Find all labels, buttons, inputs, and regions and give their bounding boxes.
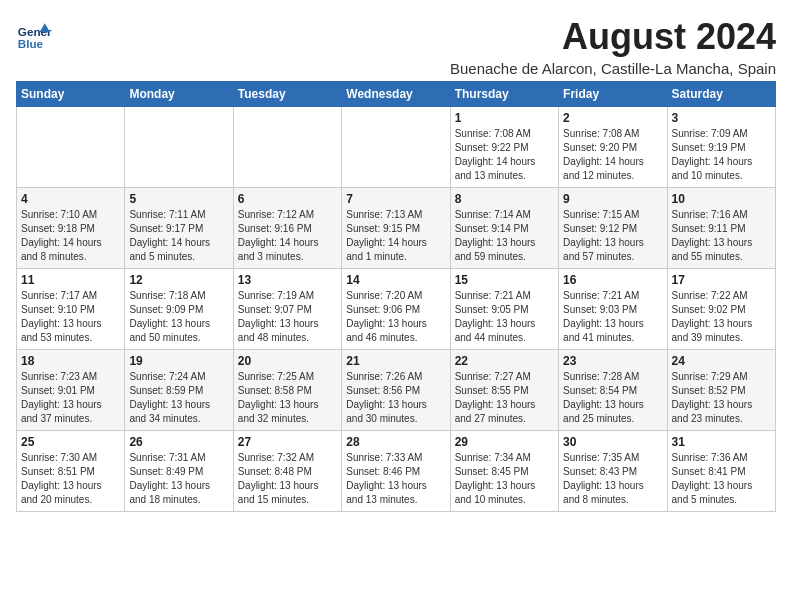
day-info: Sunrise: 7:18 AMSunset: 9:09 PMDaylight:… [129, 289, 228, 345]
calendar-day-8: 8Sunrise: 7:14 AMSunset: 9:14 PMDaylight… [450, 188, 558, 269]
day-number: 28 [346, 435, 445, 449]
calendar-day-12: 12Sunrise: 7:18 AMSunset: 9:09 PMDayligh… [125, 269, 233, 350]
calendar-day-2: 2Sunrise: 7:08 AMSunset: 9:20 PMDaylight… [559, 107, 667, 188]
day-info: Sunrise: 7:13 AMSunset: 9:15 PMDaylight:… [346, 208, 445, 264]
calendar-day-28: 28Sunrise: 7:33 AMSunset: 8:46 PMDayligh… [342, 431, 450, 512]
day-info: Sunrise: 7:31 AMSunset: 8:49 PMDaylight:… [129, 451, 228, 507]
weekday-header-friday: Friday [559, 82, 667, 107]
calendar-day-3: 3Sunrise: 7:09 AMSunset: 9:19 PMDaylight… [667, 107, 775, 188]
calendar-day-5: 5Sunrise: 7:11 AMSunset: 9:17 PMDaylight… [125, 188, 233, 269]
calendar-day-15: 15Sunrise: 7:21 AMSunset: 9:05 PMDayligh… [450, 269, 558, 350]
day-info: Sunrise: 7:35 AMSunset: 8:43 PMDaylight:… [563, 451, 662, 507]
day-info: Sunrise: 7:08 AMSunset: 9:20 PMDaylight:… [563, 127, 662, 183]
day-number: 6 [238, 192, 337, 206]
weekday-header-wednesday: Wednesday [342, 82, 450, 107]
weekday-header-monday: Monday [125, 82, 233, 107]
day-info: Sunrise: 7:34 AMSunset: 8:45 PMDaylight:… [455, 451, 554, 507]
day-number: 31 [672, 435, 771, 449]
day-info: Sunrise: 7:24 AMSunset: 8:59 PMDaylight:… [129, 370, 228, 426]
day-number: 27 [238, 435, 337, 449]
day-number: 22 [455, 354, 554, 368]
day-number: 12 [129, 273, 228, 287]
calendar-empty-cell [342, 107, 450, 188]
calendar-week-row: 4Sunrise: 7:10 AMSunset: 9:18 PMDaylight… [17, 188, 776, 269]
day-info: Sunrise: 7:14 AMSunset: 9:14 PMDaylight:… [455, 208, 554, 264]
day-info: Sunrise: 7:21 AMSunset: 9:05 PMDaylight:… [455, 289, 554, 345]
day-number: 4 [21, 192, 120, 206]
day-info: Sunrise: 7:20 AMSunset: 9:06 PMDaylight:… [346, 289, 445, 345]
day-number: 5 [129, 192, 228, 206]
calendar-day-30: 30Sunrise: 7:35 AMSunset: 8:43 PMDayligh… [559, 431, 667, 512]
day-number: 18 [21, 354, 120, 368]
calendar-empty-cell [233, 107, 341, 188]
calendar-week-row: 1Sunrise: 7:08 AMSunset: 9:22 PMDaylight… [17, 107, 776, 188]
day-number: 2 [563, 111, 662, 125]
calendar-week-row: 11Sunrise: 7:17 AMSunset: 9:10 PMDayligh… [17, 269, 776, 350]
logo: General Blue [16, 16, 52, 52]
page-header: General Blue August 2024 Buenache de Ala… [16, 16, 776, 77]
calendar-week-row: 25Sunrise: 7:30 AMSunset: 8:51 PMDayligh… [17, 431, 776, 512]
calendar-day-16: 16Sunrise: 7:21 AMSunset: 9:03 PMDayligh… [559, 269, 667, 350]
calendar-day-29: 29Sunrise: 7:34 AMSunset: 8:45 PMDayligh… [450, 431, 558, 512]
weekday-header-sunday: Sunday [17, 82, 125, 107]
calendar-day-20: 20Sunrise: 7:25 AMSunset: 8:58 PMDayligh… [233, 350, 341, 431]
day-info: Sunrise: 7:08 AMSunset: 9:22 PMDaylight:… [455, 127, 554, 183]
day-info: Sunrise: 7:15 AMSunset: 9:12 PMDaylight:… [563, 208, 662, 264]
day-info: Sunrise: 7:10 AMSunset: 9:18 PMDaylight:… [21, 208, 120, 264]
day-number: 1 [455, 111, 554, 125]
day-info: Sunrise: 7:25 AMSunset: 8:58 PMDaylight:… [238, 370, 337, 426]
calendar-day-14: 14Sunrise: 7:20 AMSunset: 9:06 PMDayligh… [342, 269, 450, 350]
day-number: 8 [455, 192, 554, 206]
calendar-day-27: 27Sunrise: 7:32 AMSunset: 8:48 PMDayligh… [233, 431, 341, 512]
day-number: 10 [672, 192, 771, 206]
weekday-header-thursday: Thursday [450, 82, 558, 107]
day-info: Sunrise: 7:12 AMSunset: 9:16 PMDaylight:… [238, 208, 337, 264]
day-number: 16 [563, 273, 662, 287]
weekday-header-row: SundayMondayTuesdayWednesdayThursdayFrid… [17, 82, 776, 107]
day-info: Sunrise: 7:29 AMSunset: 8:52 PMDaylight:… [672, 370, 771, 426]
calendar-day-18: 18Sunrise: 7:23 AMSunset: 9:01 PMDayligh… [17, 350, 125, 431]
day-number: 24 [672, 354, 771, 368]
calendar-week-row: 18Sunrise: 7:23 AMSunset: 9:01 PMDayligh… [17, 350, 776, 431]
calendar-table: SundayMondayTuesdayWednesdayThursdayFrid… [16, 81, 776, 512]
day-number: 7 [346, 192, 445, 206]
calendar-day-11: 11Sunrise: 7:17 AMSunset: 9:10 PMDayligh… [17, 269, 125, 350]
day-info: Sunrise: 7:22 AMSunset: 9:02 PMDaylight:… [672, 289, 771, 345]
day-number: 3 [672, 111, 771, 125]
location-subtitle: Buenache de Alarcon, Castille-La Mancha,… [450, 60, 776, 77]
calendar-day-24: 24Sunrise: 7:29 AMSunset: 8:52 PMDayligh… [667, 350, 775, 431]
month-title: August 2024 [450, 16, 776, 58]
day-number: 11 [21, 273, 120, 287]
day-info: Sunrise: 7:11 AMSunset: 9:17 PMDaylight:… [129, 208, 228, 264]
day-number: 15 [455, 273, 554, 287]
day-number: 21 [346, 354, 445, 368]
svg-text:Blue: Blue [18, 37, 44, 50]
day-info: Sunrise: 7:17 AMSunset: 9:10 PMDaylight:… [21, 289, 120, 345]
day-number: 23 [563, 354, 662, 368]
weekday-header-saturday: Saturday [667, 82, 775, 107]
calendar-day-4: 4Sunrise: 7:10 AMSunset: 9:18 PMDaylight… [17, 188, 125, 269]
calendar-day-9: 9Sunrise: 7:15 AMSunset: 9:12 PMDaylight… [559, 188, 667, 269]
calendar-day-21: 21Sunrise: 7:26 AMSunset: 8:56 PMDayligh… [342, 350, 450, 431]
day-number: 30 [563, 435, 662, 449]
day-number: 13 [238, 273, 337, 287]
calendar-day-19: 19Sunrise: 7:24 AMSunset: 8:59 PMDayligh… [125, 350, 233, 431]
calendar-day-1: 1Sunrise: 7:08 AMSunset: 9:22 PMDaylight… [450, 107, 558, 188]
calendar-day-22: 22Sunrise: 7:27 AMSunset: 8:55 PMDayligh… [450, 350, 558, 431]
day-info: Sunrise: 7:26 AMSunset: 8:56 PMDaylight:… [346, 370, 445, 426]
day-number: 17 [672, 273, 771, 287]
calendar-day-23: 23Sunrise: 7:28 AMSunset: 8:54 PMDayligh… [559, 350, 667, 431]
day-info: Sunrise: 7:30 AMSunset: 8:51 PMDaylight:… [21, 451, 120, 507]
day-info: Sunrise: 7:36 AMSunset: 8:41 PMDaylight:… [672, 451, 771, 507]
day-info: Sunrise: 7:33 AMSunset: 8:46 PMDaylight:… [346, 451, 445, 507]
day-number: 9 [563, 192, 662, 206]
calendar-day-10: 10Sunrise: 7:16 AMSunset: 9:11 PMDayligh… [667, 188, 775, 269]
day-number: 19 [129, 354, 228, 368]
day-number: 14 [346, 273, 445, 287]
calendar-day-7: 7Sunrise: 7:13 AMSunset: 9:15 PMDaylight… [342, 188, 450, 269]
calendar-day-25: 25Sunrise: 7:30 AMSunset: 8:51 PMDayligh… [17, 431, 125, 512]
calendar-day-31: 31Sunrise: 7:36 AMSunset: 8:41 PMDayligh… [667, 431, 775, 512]
calendar-day-13: 13Sunrise: 7:19 AMSunset: 9:07 PMDayligh… [233, 269, 341, 350]
title-block: August 2024 Buenache de Alarcon, Castill… [450, 16, 776, 77]
day-info: Sunrise: 7:32 AMSunset: 8:48 PMDaylight:… [238, 451, 337, 507]
